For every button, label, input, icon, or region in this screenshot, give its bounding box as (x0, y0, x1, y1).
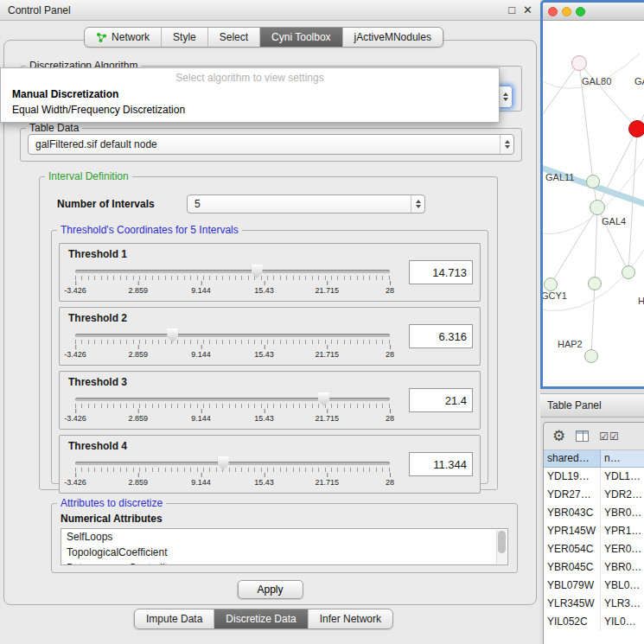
scale-label: 9.144 (191, 478, 211, 487)
table-data-select[interactable]: galFiltered.sif default node (28, 134, 514, 155)
slider-scale: -3.4262.8599.14415.4321.71528 (75, 411, 390, 422)
tab-discretize-data[interactable]: Discretize Data (214, 609, 307, 628)
algorithm-option-manual-discretization[interactable]: Manual Discretization (1, 86, 499, 102)
threshold-slider[interactable]: -3.4262.8599.14415.4321.71528 (75, 325, 390, 363)
gear-icon[interactable]: ⚙ (552, 429, 565, 443)
tab-jactivemnodules[interactable]: jActiveMNodules (342, 28, 443, 47)
tab-network[interactable]: Network (85, 28, 161, 47)
network-node[interactable] (584, 349, 598, 363)
scale-label: 15.43 (254, 350, 274, 359)
column-header-name[interactable]: n… (601, 450, 644, 468)
select-columns-icons[interactable]: ☑☑ (599, 430, 620, 443)
apply-button[interactable]: Apply (237, 580, 303, 599)
list-item-betweennesscentrality[interactable]: BetweennessCentrality (61, 560, 507, 565)
tab-impute-data[interactable]: Impute Data (135, 609, 214, 628)
tab-cyni-toolbox[interactable]: Cyni Toolbox (259, 28, 341, 47)
top-tab-bar: NetworkStyleSelectCyni ToolboxjActiveMNo… (84, 27, 443, 48)
table-row[interactable]: YBL079WYBL0… (544, 577, 644, 595)
network-node[interactable] (544, 277, 558, 291)
threshold-slider[interactable]: -3.4262.8599.14415.4321.71528 (75, 261, 390, 299)
slider-track (75, 462, 390, 465)
table-rows: YDL19…YDL1…YDR27…YDR2…YBR043CYBR0…YPR145… (544, 468, 644, 644)
threshold-value-field[interactable]: 21.4 (409, 388, 473, 412)
table-row[interactable]: YBR045CYBR0… (544, 558, 644, 577)
network-node-label: H (638, 296, 644, 306)
attributes-scrollbar[interactable] (496, 530, 507, 564)
network-window-titlebar (543, 3, 644, 21)
minimize-window-icon[interactable] (562, 7, 571, 16)
close-window-icon[interactable] (548, 7, 558, 16)
table-toolbar: ⚙ ☑☑ (544, 423, 644, 450)
table-row[interactable]: YIL052CYIL0… (544, 613, 644, 631)
cell-name: YDR2… (601, 486, 644, 504)
tab-label: Discretize Data (226, 613, 296, 625)
cell-name: YBR0… (601, 504, 644, 522)
table-row[interactable]: YBR043CYBR0… (544, 504, 644, 522)
scale-label: 21.715 (315, 478, 339, 487)
thresholds-group: Threshold's Coordinates for 5 Intervals … (51, 224, 488, 484)
thresholds-group-title: Threshold's Coordinates for 5 Intervals (57, 224, 242, 236)
zoom-window-icon[interactable] (576, 7, 585, 16)
table-row[interactable]: YPR145WYPR1… (544, 522, 644, 540)
tab-style[interactable]: Style (161, 28, 207, 47)
close-panel-icon[interactable]: ✕ (523, 3, 532, 16)
scale-label: 21.715 (315, 414, 339, 423)
right-region: GAL80GAGAL11GAL4GCY1HAP2H Table Panel ⚙ … (540, 0, 644, 644)
attributes-list[interactable]: SelfLoopsTopologicalCoefficientBetweenne… (61, 528, 508, 565)
tab-select[interactable]: Select (207, 28, 259, 47)
threshold-slider[interactable]: -3.4262.8599.14415.4321.71528 (75, 453, 390, 491)
table-panel-titlebar: Table Panel (540, 393, 644, 418)
columns-icon[interactable] (576, 430, 589, 442)
table-row[interactable]: YDR27…YDR2… (544, 486, 644, 504)
network-view-window[interactable]: GAL80GAGAL11GAL4GCY1HAP2H (540, 0, 644, 389)
cell-name: YIL0… (601, 613, 644, 631)
network-node[interactable] (588, 277, 602, 290)
bottom-tab-bar: Impute DataDiscretize DataInfer Network (134, 609, 393, 629)
stepper-icon (498, 86, 512, 107)
tab-label: Network (112, 31, 150, 43)
network-node-label: GAL80 (582, 76, 611, 86)
network-node-label: GAL4 (602, 216, 626, 226)
scale-label: 28 (386, 286, 394, 295)
network-icon (96, 32, 107, 43)
threshold-value-field[interactable]: 6.316 (409, 324, 473, 348)
scale-label: -3.426 (64, 350, 86, 359)
network-canvas[interactable]: GAL80GAGAL11GAL4GCY1HAP2H (543, 21, 644, 386)
tab-infer-network[interactable]: Infer Network (308, 609, 392, 628)
scale-label: 2.859 (129, 350, 149, 359)
float-window-icon[interactable]: □ (508, 3, 515, 16)
table-row[interactable]: YLR345WYLR3… (544, 595, 644, 613)
network-node[interactable] (590, 200, 605, 215)
number-of-intervals-select[interactable]: 5 (187, 194, 425, 214)
scrollbar-thumb[interactable] (498, 531, 506, 553)
list-item-topologicalcoefficient[interactable]: TopologicalCoefficient (61, 545, 507, 560)
tab-label: Infer Network (320, 613, 381, 625)
number-of-intervals-label: Number of Intervals (57, 198, 155, 210)
scale-label: 2.859 (129, 414, 149, 423)
algorithm-popup: Select algorithm to view settings Manual… (0, 67, 500, 123)
threshold-value-field[interactable]: 11.344 (409, 452, 473, 476)
threshold-label: Threshold 4 (68, 440, 127, 452)
cell-shared-name: YIL052C (544, 613, 601, 631)
cell-shared-name: YER054C (544, 540, 601, 558)
threshold-slider[interactable]: -3.4262.8599.14415.4321.71528 (75, 389, 390, 427)
table-row[interactable]: YDL19…YDL1… (544, 468, 644, 486)
table-row[interactable]: YER054CYER0… (544, 540, 644, 558)
threshold-panel: Threshold 4-3.4262.8599.14415.4321.71528… (59, 435, 481, 494)
scale-label: 28 (386, 478, 394, 487)
network-node[interactable] (628, 120, 644, 137)
scale-label: 28 (386, 350, 394, 359)
list-item-selfloops[interactable]: SelfLoops (61, 529, 507, 545)
threshold-value-field[interactable]: 14.713 (409, 260, 473, 284)
attributes-list-items: SelfLoopsTopologicalCoefficientBetweenne… (61, 529, 507, 565)
cell-name: YDL1… (601, 468, 644, 486)
control-panel-title: Control Panel (8, 4, 508, 16)
control-panel-body: Discretization Algorithm Table Data galF… (3, 40, 537, 605)
threshold-label: Threshold 3 (68, 376, 127, 388)
network-node[interactable] (571, 55, 587, 71)
network-node[interactable] (622, 265, 635, 279)
algorithm-option-equal-width-frequency-discretization[interactable]: Equal Width/Frequency Discretization (1, 102, 499, 118)
table-data-select-value: galFiltered.sif default node (29, 138, 500, 150)
network-node[interactable] (586, 175, 600, 188)
column-header-shared-name[interactable]: shared… (544, 450, 601, 468)
